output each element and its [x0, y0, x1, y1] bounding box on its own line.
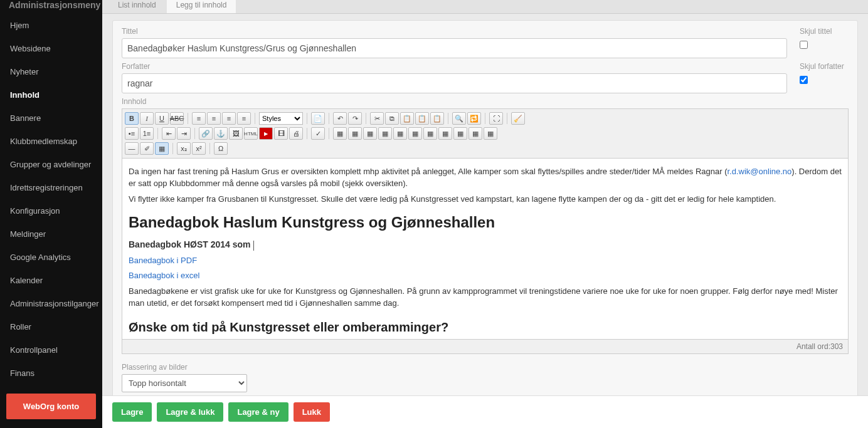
spellcheck-button[interactable]: ✓ — [311, 127, 325, 140]
sidebar-item-roller[interactable]: Roller — [0, 315, 102, 338]
tab-list-innhold[interactable]: List innhold — [109, 0, 166, 13]
align-center-button[interactable]: ≡ — [207, 112, 221, 125]
clear-format-button[interactable]: 🧹 — [511, 112, 525, 125]
newdoc-button[interactable]: 📄 — [311, 112, 325, 125]
skjul-tittel-label: Skjul tittel — [800, 27, 849, 36]
align-right-button[interactable]: ≡ — [222, 112, 236, 125]
sidebar-item-kalender[interactable]: Kalender — [0, 269, 102, 292]
pdf-link[interactable]: Banedagbok i PDF — [129, 256, 197, 265]
skjul-tittel-checkbox[interactable] — [800, 41, 808, 49]
sidebar-item-websidene[interactable]: Websidene — [0, 37, 102, 60]
sidebar-item-nyheter[interactable]: Nyheter — [0, 60, 102, 83]
split-cell-button[interactable]: ▦ — [468, 127, 482, 140]
sidebar-item-hjem[interactable]: Hjem — [0, 14, 102, 37]
bold-button[interactable]: B — [125, 112, 139, 125]
link-button[interactable]: 🔗 — [199, 127, 213, 140]
innhold-label: Innhold — [122, 97, 849, 106]
charmap-button[interactable]: Ω — [214, 142, 228, 155]
sidebar-title: Administrasjonsmeny — [0, 0, 102, 14]
merge-cell-button[interactable]: ▦ — [484, 127, 497, 140]
sidebar-item-google-analytics[interactable]: Google Analytics — [0, 246, 102, 269]
paste-button[interactable]: 📋 — [400, 112, 414, 125]
form-panel: Tittel Skjul tittel Forfatter Skjul forf… — [112, 20, 858, 399]
sidebar-item-idrettsregistreringen[interactable]: Idrettsregistreringen — [0, 176, 102, 199]
rich-text-editor[interactable]: Da ingen har fast trening på Haslum Grus… — [122, 158, 849, 340]
unlink-button[interactable]: ⚓ — [214, 127, 228, 140]
sidebar-item-administrasjonstilganger[interactable]: Administrasjonstilganger — [0, 292, 102, 315]
tab-bar: List innholdLegg til innhold — [102, 0, 868, 14]
email-link[interactable]: r.d.wik@online.no — [728, 167, 792, 176]
main-area: List innholdLegg til innhold Tittel Skju… — [102, 0, 868, 428]
skjul-forfatter-checkbox[interactable] — [800, 76, 808, 84]
youtube-button[interactable]: ▶ — [259, 127, 273, 140]
visual-aid-button[interactable]: ▦ — [155, 142, 169, 155]
skjul-forfatter-label: Skjul forfatter — [800, 62, 849, 71]
indent-button[interactable]: ⇥ — [177, 127, 191, 140]
paste-word-button[interactable]: 📋 — [430, 112, 444, 125]
image-button[interactable]: 🖼 — [229, 127, 243, 140]
copy-button[interactable]: ⧉ — [385, 112, 399, 125]
hr-button[interactable]: — — [125, 142, 139, 155]
sidebar-item-innhold[interactable]: Innhold — [0, 83, 102, 107]
table-button[interactable]: ▦ — [333, 127, 347, 140]
html-button[interactable]: HTML — [244, 127, 258, 140]
save-new-button[interactable]: Lagre & ny — [228, 402, 288, 422]
media-button[interactable]: 🎞 — [274, 127, 288, 140]
styles-select[interactable]: Styles — [259, 112, 303, 125]
content-subheading: Ønske om tid på Kunstgresset eller omber… — [129, 318, 842, 337]
sidebar-item-bannere[interactable]: Bannere — [0, 107, 102, 130]
align-left-button[interactable]: ≡ — [192, 112, 206, 125]
insert-row-after-button[interactable]: ▦ — [393, 127, 407, 140]
action-bar: Lagre Lagre & lukk Lagre & ny Lukk — [102, 395, 868, 428]
weborg-account-button[interactable]: WebOrg konto — [6, 394, 96, 419]
sidebar-item-klubbmedlemskap[interactable]: Klubbmedlemskap — [0, 130, 102, 153]
forfatter-label: Forfatter — [122, 62, 787, 71]
tab-legg-til-innhold[interactable]: Legg til innhold — [167, 0, 236, 13]
delete-row-button[interactable]: ▦ — [408, 127, 422, 140]
ol-button[interactable]: 1≡ — [140, 127, 154, 140]
superscript-button[interactable]: x² — [192, 142, 206, 155]
insert-col-before-button[interactable]: ▦ — [423, 127, 437, 140]
outdent-button[interactable]: ⇤ — [162, 127, 176, 140]
close-button[interactable]: Lukk — [294, 402, 330, 422]
sidebar-item-grupper-og-avdelinger[interactable]: Grupper og avdelinger — [0, 153, 102, 176]
cell-props-button[interactable]: ▦ — [363, 127, 377, 140]
content-scroll: Tittel Skjul tittel Forfatter Skjul forf… — [102, 14, 868, 428]
plassering-select[interactable]: Topp horisontalt — [122, 374, 247, 392]
find-button[interactable]: 🔍 — [452, 112, 466, 125]
content-heading: Banedagbok Haslum Kunstgress og Gjønnesh… — [129, 212, 842, 234]
editor-statusbar: Antall ord:303 — [122, 340, 849, 354]
tittel-label: Tittel — [122, 27, 787, 36]
fullscreen-button[interactable]: ⛶ — [489, 112, 503, 125]
tittel-input[interactable] — [122, 38, 787, 58]
print-button[interactable]: 🖨 — [289, 127, 303, 140]
sidebar-item-meldinger[interactable]: Meldinger — [0, 222, 102, 246]
align-justify-button[interactable]: ≡ — [237, 112, 251, 125]
insert-row-before-button[interactable]: ▦ — [378, 127, 392, 140]
editor-toolbar: B I U ABC ≡ ≡ ≡ ≡ Styles 📄 ↶ ↷ — [122, 108, 849, 158]
row-props-button[interactable]: ▦ — [348, 127, 362, 140]
plassering-label: Plassering av bilder — [122, 363, 849, 372]
sidebar-item-konfigurasjon[interactable]: Konfigurasjon — [0, 199, 102, 222]
save-button[interactable]: Lagre — [112, 402, 152, 422]
redo-button[interactable]: ↷ — [348, 112, 362, 125]
ul-button[interactable]: •≡ — [125, 127, 139, 140]
insert-col-after-button[interactable]: ▦ — [438, 127, 452, 140]
remove-format-button[interactable]: ✐ — [140, 142, 154, 155]
text-cursor — [253, 241, 254, 251]
paste-text-button[interactable]: 📋 — [415, 112, 429, 125]
excel-link[interactable]: Banedagbok i excel — [129, 271, 199, 280]
replace-button[interactable]: 🔁 — [467, 112, 481, 125]
sidebar-item-finans[interactable]: Finans — [0, 362, 102, 385]
sidebar-item-kontrollpanel[interactable]: Kontrollpanel — [0, 338, 102, 362]
italic-button[interactable]: I — [140, 112, 154, 125]
undo-button[interactable]: ↶ — [333, 112, 347, 125]
strike-button[interactable]: ABC — [170, 112, 184, 125]
cut-button[interactable]: ✂ — [370, 112, 384, 125]
delete-col-button[interactable]: ▦ — [453, 127, 467, 140]
underline-button[interactable]: U — [155, 112, 169, 125]
subscript-button[interactable]: x₂ — [177, 142, 191, 155]
forfatter-input[interactable] — [122, 73, 787, 93]
save-close-button[interactable]: Lagre & lukk — [157, 402, 223, 422]
admin-sidebar: Administrasjonsmeny HjemWebsideneNyheter… — [0, 0, 102, 428]
